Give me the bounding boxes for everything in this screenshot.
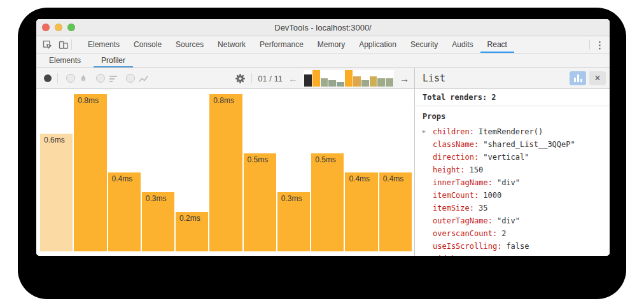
bar-label: 0.4ms — [383, 174, 404, 183]
prop-name: overscanCount: — [433, 229, 497, 238]
more-options-icon[interactable]: ⋮ — [595, 40, 605, 50]
commit-bar[interactable]: 0.8ms — [74, 94, 106, 251]
devtools-tabbar-tabs: ElementsConsoleSourcesNetworkPerformance… — [81, 36, 514, 53]
close-window-button[interactable] — [42, 24, 50, 31]
profiler-left-pane: 01 / 11 ← → 0.6ms0.8ms0.4ms0.3ms0.2ms0.8… — [36, 68, 414, 256]
prop-name: className: — [433, 140, 479, 149]
prop-name: direction: — [433, 153, 479, 162]
mini-commit-bar[interactable] — [361, 80, 369, 87]
tab-audits[interactable]: Audits — [445, 36, 480, 53]
tab-network[interactable]: Network — [211, 36, 253, 53]
window-title: DevTools - localhost:3000/ — [274, 23, 371, 32]
close-panel-button[interactable]: × — [589, 71, 606, 85]
tab-console[interactable]: Console — [127, 36, 169, 53]
prop-row: width:300 — [423, 253, 610, 256]
prop-row: height:150 — [423, 164, 610, 176]
prop-name: outerTagName: — [433, 216, 493, 225]
record-icon[interactable] — [44, 74, 52, 82]
ranked-radio[interactable] — [96, 74, 105, 83]
props-list: ▶children:ItemRenderer()className:"share… — [423, 125, 610, 256]
minimize-window-button[interactable] — [55, 24, 62, 31]
prop-row: itemCount:1000 — [423, 189, 610, 202]
bar-label: 0.3ms — [281, 194, 302, 203]
commit-bar[interactable]: 0.6ms — [40, 134, 73, 251]
zoom-window-button[interactable] — [67, 24, 75, 31]
bar-label: 0.4ms — [349, 174, 370, 183]
device-toolbar-icon[interactable] — [59, 40, 69, 50]
commit-bar[interactable]: 0.4ms — [345, 172, 377, 251]
mini-commit-bar[interactable] — [345, 70, 353, 87]
gear-icon[interactable] — [235, 73, 246, 84]
interactions-chart-icon — [139, 74, 148, 83]
bar-label: 0.5ms — [248, 155, 269, 164]
prop-row: direction:"vertical" — [423, 151, 610, 164]
mini-commit-bar[interactable] — [386, 78, 393, 87]
tab-elements[interactable]: Elements — [81, 36, 127, 53]
toolbar-separator — [57, 73, 58, 83]
selected-component-name: List — [423, 73, 566, 84]
react-profiler-content: 01 / 11 ← → 0.6ms0.8ms0.4ms0.3ms0.2ms0.8… — [36, 68, 610, 256]
flamegraph-radio[interactable] — [66, 74, 75, 83]
mini-commit-bar[interactable] — [321, 78, 328, 87]
toolbar-separator — [589, 39, 590, 50]
tab-react[interactable]: React — [480, 36, 514, 53]
previous-commit-icon[interactable]: ← — [288, 74, 298, 83]
interactions-radio[interactable] — [126, 74, 135, 83]
bar-label: 0.2ms — [179, 214, 200, 223]
commit-selector-minichart[interactable] — [304, 70, 394, 87]
chart-bars: 0.6ms0.8ms0.4ms0.3ms0.2ms0.8ms0.5ms0.3ms… — [40, 94, 412, 251]
prop-row: itemSize:35 — [423, 202, 610, 214]
commit-bar[interactable]: 0.3ms — [277, 192, 310, 251]
mini-commit-bar[interactable] — [328, 80, 336, 87]
devtools-window: DevTools - localhost:3000/ ElementsConso… — [36, 19, 610, 256]
prop-name: itemCount: — [433, 191, 479, 200]
devtools-tabbar: ElementsConsoleSourcesNetworkPerformance… — [36, 36, 610, 53]
next-commit-icon[interactable]: → — [400, 74, 409, 83]
view-component-chart-button[interactable] — [570, 71, 586, 85]
mini-commit-bar[interactable] — [337, 82, 344, 87]
bar-label: 0.8ms — [213, 96, 234, 105]
bar-label: 0.4ms — [112, 174, 133, 183]
react-subtabbar: ElementsProfiler — [36, 53, 610, 68]
mini-commit-bar[interactable] — [312, 70, 320, 87]
title-bar: DevTools - localhost:3000/ — [36, 19, 610, 36]
ranked-view-toggle[interactable] — [96, 74, 118, 83]
commit-bar[interactable]: 0.5ms — [311, 153, 344, 251]
prop-value: 1000 — [483, 191, 501, 200]
tab-application[interactable]: Application — [352, 36, 403, 53]
props-section: Props ▶children:ItemRenderer()className:… — [415, 106, 610, 256]
prop-row: ▶children:ItemRenderer() — [423, 125, 610, 138]
profiler-toolbar: 01 / 11 ← → — [36, 68, 414, 89]
mini-commit-bar[interactable] — [353, 76, 361, 87]
render-duration-chart: 0.6ms0.8ms0.4ms0.3ms0.2ms0.8ms0.5ms0.3ms… — [36, 89, 414, 256]
tab-performance[interactable]: Performance — [253, 36, 311, 53]
subtab-elements[interactable]: Elements — [41, 53, 88, 67]
prop-value: 150 — [470, 165, 484, 174]
prop-value: 2 — [501, 229, 506, 238]
tab-sources[interactable]: Sources — [169, 36, 211, 53]
component-panel-header: List × — [415, 68, 610, 89]
prop-value: false — [506, 242, 529, 251]
prop-value: 300 — [465, 255, 479, 256]
commit-bar[interactable]: 0.2ms — [176, 212, 208, 251]
mini-commit-bar[interactable] — [304, 74, 312, 87]
mini-commit-bar[interactable] — [370, 76, 377, 87]
flamegraph-view-toggle[interactable] — [66, 74, 88, 83]
tab-memory[interactable]: Memory — [311, 36, 352, 53]
interactions-view-toggle[interactable] — [126, 74, 148, 83]
prop-row: className:"shared_List__3QQeP" — [423, 138, 610, 151]
commit-bar[interactable]: 0.3ms — [142, 192, 174, 251]
commit-bar[interactable]: 0.4ms — [108, 172, 141, 251]
prop-value: "shared_List__3QQeP" — [483, 140, 575, 149]
prop-row: outerTagName:"div" — [423, 214, 610, 227]
expander-triangle-icon[interactable]: ▶ — [423, 129, 426, 134]
tab-security[interactable]: Security — [403, 36, 445, 53]
mini-commit-bar[interactable] — [377, 78, 385, 87]
subtab-profiler[interactable]: Profiler — [94, 53, 133, 67]
commit-bar[interactable]: 0.8ms — [209, 94, 242, 251]
commit-bar[interactable]: 0.5ms — [244, 153, 276, 251]
inspect-element-icon[interactable] — [43, 40, 52, 50]
bar-label: 0.8ms — [78, 96, 99, 105]
commit-bar[interactable]: 0.4ms — [379, 172, 412, 251]
tabbar-right: ⋮ — [589, 36, 610, 53]
